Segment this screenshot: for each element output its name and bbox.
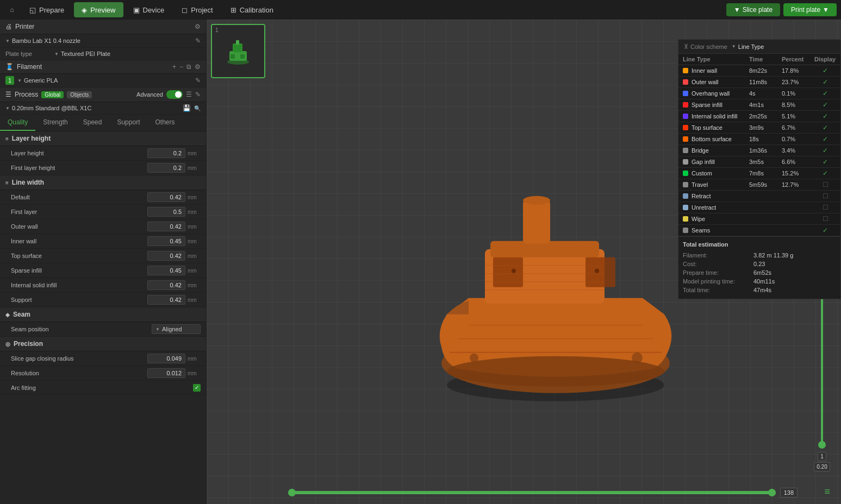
slice-gap-label: Slice gap closing radius: [11, 355, 147, 362]
filament-name-value[interactable]: Generic PLA: [24, 77, 58, 84]
support-input[interactable]: [147, 295, 185, 305]
inner-wall-label: Inner wall: [11, 238, 147, 244]
color-display-toggle-11[interactable]: ☐: [814, 192, 836, 200]
color-display-toggle-10[interactable]: ☐: [814, 181, 836, 188]
tab-prepare[interactable]: ◱ Prepare: [22, 2, 72, 17]
color-display-toggle-3[interactable]: ✓: [814, 101, 836, 109]
svg-point-11: [523, 196, 550, 205]
color-display-toggle-14[interactable]: ✓: [814, 226, 836, 234]
color-display-toggle-4[interactable]: ✓: [814, 112, 836, 120]
color-pct-0: 17.8%: [782, 67, 814, 74]
top-surface-unit: mm: [188, 253, 201, 259]
layer-height-unit: mm: [188, 150, 201, 156]
first-layer-width-label: First layer: [11, 209, 147, 215]
preset-search-icon[interactable]: 🔍: [194, 105, 201, 111]
layer-height-input[interactable]: [147, 148, 185, 158]
layer-bottom-handle[interactable]: [818, 441, 826, 449]
tab-project[interactable]: ◻ Project: [174, 2, 220, 17]
outer-wall-input[interactable]: [147, 222, 185, 231]
estimation-row-1: Cost: 0.23: [683, 260, 836, 268]
internal-solid-infill-input[interactable]: [147, 280, 185, 290]
color-display-toggle-6[interactable]: ✓: [814, 135, 836, 143]
thumbnail-preview-icon: [222, 35, 254, 67]
arc-fitting-checkbox[interactable]: ✓: [193, 384, 201, 392]
color-scheme-dropdown[interactable]: ▼ Line Type: [732, 43, 764, 50]
color-scheme-expand-icon[interactable]: ⊻: [684, 43, 688, 50]
color-row-unretract: Unretract ☐: [678, 202, 840, 213]
arc-fitting-label: Arc fitting: [11, 385, 193, 391]
color-pct-4: 5.1%: [782, 113, 814, 119]
layer-bottom-num: 1: [818, 452, 826, 461]
preset-save-icon[interactable]: 💾: [183, 104, 191, 112]
printer-model-value[interactable]: Bambu Lab X1 0.4 nozzle: [12, 37, 195, 44]
tab-others[interactable]: Others: [147, 115, 182, 131]
filament-remove-icon[interactable]: −: [179, 63, 183, 71]
color-pct-1: 23.7%: [782, 79, 814, 85]
tab-device[interactable]: ▣ Device: [126, 2, 172, 17]
color-display-toggle-1[interactable]: ✓: [814, 78, 836, 86]
global-badge[interactable]: Global: [41, 91, 64, 98]
resolution-input[interactable]: [147, 368, 185, 378]
home-icon[interactable]: ⌂: [4, 2, 20, 17]
filament-copy-icon[interactable]: ⧉: [186, 63, 191, 71]
filament-num-badge: 1: [5, 76, 14, 85]
printer-edit-icon[interactable]: [195, 37, 201, 45]
tab-preview[interactable]: ◈ Preview: [74, 2, 123, 17]
color-display-toggle-9[interactable]: ✓: [814, 169, 836, 177]
svg-point-18: [632, 352, 643, 363]
seam-position-select[interactable]: ▼ Aligned: [152, 324, 201, 334]
color-display-toggle-2[interactable]: ✓: [814, 90, 836, 97]
device-icon: ▣: [133, 6, 140, 14]
filament-edit-icon[interactable]: ✎: [195, 77, 201, 84]
color-scheme-label-text: Color scheme: [690, 43, 727, 50]
tab-quality[interactable]: Quality: [0, 115, 35, 131]
bottom-slider-right-handle[interactable]: [768, 489, 776, 496]
precision-icon: ◎: [5, 341, 10, 347]
objects-badge[interactable]: Objects: [67, 91, 92, 98]
filament-add-icon[interactable]: +: [172, 63, 176, 71]
printer-gear-icon[interactable]: [195, 23, 201, 30]
color-display-toggle-8[interactable]: ✓: [814, 158, 836, 166]
color-row-custom: Custom 7m8s 15.2% ✓: [678, 168, 840, 179]
default-input[interactable]: [147, 192, 185, 202]
col-time: Time: [749, 56, 782, 62]
top-surface-input[interactable]: [147, 251, 185, 261]
preset-value-text[interactable]: 0.20mm Standard @BBL X1C: [12, 105, 92, 111]
color-display-toggle-7[interactable]: ✓: [814, 147, 836, 154]
tab-strength[interactable]: Strength: [35, 115, 75, 131]
estimation-row-2: Prepare time: 6m52s: [683, 268, 836, 277]
process-list-icon[interactable]: ☰: [186, 91, 192, 98]
slice-plate-button[interactable]: ▼ Slice plate: [726, 3, 780, 16]
tab-calibration[interactable]: ⊞ Calibration: [223, 2, 281, 17]
3d-viewport[interactable]: 1: [207, 20, 841, 504]
color-display-toggle-0[interactable]: ✓: [814, 67, 836, 74]
color-name-14: Seams: [683, 227, 749, 234]
bottom-slider-track[interactable]: [288, 491, 776, 494]
seam-position-value: Aligned: [162, 326, 182, 332]
layers-toggle-icon[interactable]: ≡: [824, 486, 830, 497]
print-plate-button[interactable]: Print plate ▼: [783, 3, 837, 16]
color-display-toggle-12[interactable]: ☐: [814, 204, 836, 211]
color-pct-3: 8.5%: [782, 102, 814, 108]
first-layer-height-input[interactable]: [147, 163, 185, 173]
process-edit-icon[interactable]: ✎: [195, 91, 201, 98]
slice-gap-input[interactable]: [147, 354, 185, 363]
bottom-slider-left-handle[interactable]: [288, 489, 296, 496]
estimation-row-0: Filament: 3.82 m 11.39 g: [683, 251, 836, 260]
sparse-infill-row: Sparse infill mm: [0, 263, 206, 278]
plate-type-value[interactable]: Textured PEI Plate: [61, 51, 110, 57]
color-display-toggle-13[interactable]: ☐: [814, 215, 836, 223]
bottom-layer-slider[interactable]: 138: [288, 488, 798, 497]
internal-solid-infill-row: Internal solid infill mm: [0, 278, 206, 293]
tab-speed[interactable]: Speed: [76, 115, 110, 131]
tab-support[interactable]: Support: [109, 115, 147, 131]
model-thumbnail[interactable]: 1: [211, 24, 265, 78]
sparse-infill-input[interactable]: [147, 266, 185, 275]
plate-type-label: Plate type: [5, 51, 54, 57]
inner-wall-input[interactable]: [147, 236, 185, 246]
filament-gear-icon[interactable]: ⚙: [195, 63, 201, 71]
filament-section-header: 🧵 Filament + − ⧉ ⚙: [0, 60, 206, 74]
color-display-toggle-5[interactable]: ✓: [814, 124, 836, 131]
first-layer-width-input[interactable]: [147, 207, 185, 217]
advanced-toggle[interactable]: [166, 90, 183, 99]
